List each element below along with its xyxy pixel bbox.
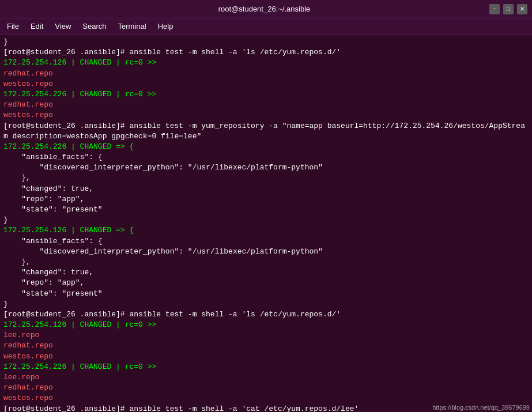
terminal-line: "discovered_interpreter_python": "/usr/l… bbox=[3, 162, 529, 173]
window-controls: − □ ✕ bbox=[489, 4, 527, 14]
terminal-line: 172.25.254.226 | CHANGED | rc=0 >> bbox=[3, 362, 529, 372]
terminal-line: redhat.repo bbox=[3, 383, 529, 393]
terminal-line: "discovered_interpreter_python": "/usr/l… bbox=[3, 247, 529, 257]
terminal-line: [root@student_26 .ansible]# ansible test… bbox=[3, 404, 529, 412]
terminal-line: "repo": "app", bbox=[3, 278, 529, 288]
terminal-line: "state": "present" bbox=[3, 205, 529, 215]
terminal-line: [root@student_26 .ansible]# ansible test… bbox=[3, 47, 529, 58]
terminal-line: 172.25.254.126 | CHANGED => { bbox=[3, 225, 529, 236]
menu-item-terminal[interactable]: Terminal bbox=[114, 21, 151, 32]
terminal-body[interactable]: }[root@student_26 .ansible]# ansible tes… bbox=[0, 35, 532, 412]
terminal-line: } bbox=[3, 37, 529, 47]
terminal-line: 172.25.254.226 | CHANGED => { bbox=[3, 142, 529, 152]
terminal-line: lee.repo bbox=[3, 372, 529, 383]
window-title: root@student_26:~/.ansible bbox=[39, 5, 489, 13]
terminal-line: westos.repo bbox=[3, 110, 529, 120]
terminal-line: 172.25.254.126 | CHANGED | rc=0 >> bbox=[3, 320, 529, 330]
terminal-line: 172.25.254.126 | CHANGED | rc=0 >> bbox=[3, 58, 529, 68]
menu-item-help[interactable]: Help bbox=[153, 21, 178, 32]
terminal-line: westos.repo bbox=[3, 351, 529, 362]
menu-item-view[interactable]: View bbox=[50, 21, 76, 32]
minimize-button[interactable]: − bbox=[489, 4, 500, 14]
menu-bar: FileEditViewSearchTerminalHelp bbox=[0, 18, 532, 35]
terminal-line: redhat.repo bbox=[3, 341, 529, 351]
terminal-line: }, bbox=[3, 257, 529, 267]
terminal-line: "ansible_facts": { bbox=[3, 152, 529, 162]
terminal-line: "repo": "app", bbox=[3, 194, 529, 205]
terminal-line: [root@student_26 .ansible]# ansible test… bbox=[3, 121, 529, 142]
terminal-line: "ansible_facts": { bbox=[3, 236, 529, 247]
terminal-line: redhat.repo bbox=[3, 69, 529, 79]
menu-item-edit[interactable]: Edit bbox=[26, 21, 48, 32]
title-bar: root@student_26:~/.ansible − □ ✕ bbox=[0, 0, 532, 18]
terminal-line: lee.repo bbox=[3, 330, 529, 341]
terminal-line: westos.repo bbox=[3, 393, 529, 403]
terminal-line: [root@student_26 .ansible]# ansible test… bbox=[3, 309, 529, 320]
terminal-line: } bbox=[3, 299, 529, 309]
terminal-line: }, bbox=[3, 173, 529, 183]
terminal-line: "changed": true, bbox=[3, 184, 529, 194]
close-button[interactable]: ✕ bbox=[517, 4, 527, 14]
maximize-button[interactable]: □ bbox=[503, 4, 514, 14]
terminal-line: "changed": true, bbox=[3, 267, 529, 278]
menu-item-search[interactable]: Search bbox=[78, 21, 111, 32]
terminal-line: redhat.repo bbox=[3, 100, 529, 110]
terminal-line: westos.repo bbox=[3, 79, 529, 89]
terminal-line: } bbox=[3, 215, 529, 225]
terminal-line: 172.25.254.226 | CHANGED | rc=0 >> bbox=[3, 89, 529, 100]
menu-item-file[interactable]: File bbox=[2, 21, 24, 32]
terminal-line: "state": "present" bbox=[3, 289, 529, 299]
